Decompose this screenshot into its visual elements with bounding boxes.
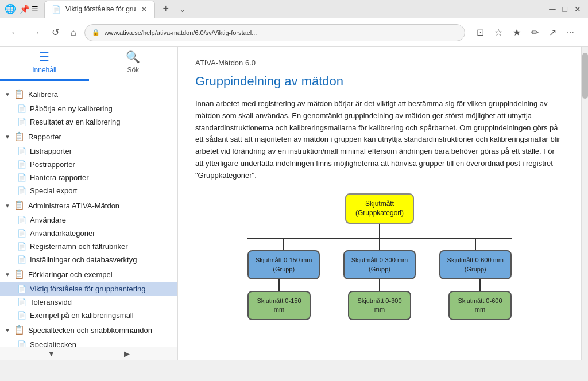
sidebar-scroll-down[interactable]: ▼ ▶ [0, 347, 177, 360]
page-icon: 📄 [17, 298, 26, 306]
scroll-down-arrow-icon: ▼ [48, 349, 55, 358]
sidebar-tab-content[interactable]: ☰ Innehåll [0, 47, 89, 81]
scrollbar-thumb[interactable] [582, 53, 588, 99]
content-pane: ATIVA-Mätdon 6.0 Gruppindelning av mätdo… [178, 47, 581, 360]
page-icon: 📄 [17, 104, 26, 113]
app-title: ATIVA-Mätdon 6.0 [195, 59, 564, 67]
list-item[interactable]: 📄 Exempel på en kalibreringsmall [0, 309, 177, 322]
page-icon: 📄 [17, 255, 26, 264]
nav-group-forklaringar-header[interactable]: ▼ 📋 Förklaringar och exempel [0, 266, 177, 282]
refresh-button[interactable]: ↺ [48, 25, 63, 40]
nav-group-forklaringar: ▼ 📋 Förklaringar och exempel 📄 Viktig fö… [0, 266, 177, 322]
list-item[interactable]: 📄 Påbörja en ny kalibrering [0, 102, 177, 115]
diagram-top-box: Skjutmått (Gruppkategori) [345, 193, 414, 224]
page-icon: 📄 [17, 229, 26, 238]
nav-item-label: Exempel på en kalibreringsmall [30, 311, 134, 320]
nav-item-label: Viktig förståelse för grupphantering [30, 285, 145, 293]
diagram-bottom-line-left [278, 279, 280, 291]
address-bar[interactable]: 🔒 www.ativa.se/help/ativa-matdon/6.0/sv/… [84, 24, 465, 41]
list-item[interactable]: 📄 Special export [0, 184, 177, 197]
list-item[interactable]: 📄 Postrapporter [0, 158, 177, 171]
list-item[interactable]: 📄 Listrapporter [0, 145, 177, 158]
diagram-branch-line-left [283, 239, 284, 250]
navigation-bar: ← → ↺ ⌂ 🔒 www.ativa.se/help/ativa-matdon… [0, 18, 588, 47]
share-icon[interactable]: ↗ [547, 25, 559, 40]
group-folder-icon: 📋 [14, 131, 25, 142]
browser-tab[interactable]: 📄 Viktig förståelse för gru ✕ [44, 1, 155, 18]
diagram-branches: Skjutmått 0-150 mm (Grupp) Skjutmått 0-3… [247, 239, 512, 279]
diagram-branch-left: Skjutmått 0-150 mm (Grupp) [247, 239, 320, 279]
nav-item-label: Användare [30, 216, 66, 224]
diagram-area: Skjutmått (Gruppkategori) Skjutmått 0-15… [195, 193, 564, 320]
list-item[interactable]: 📄 Viktig förståelse för grupphantering [0, 282, 177, 296]
back-button[interactable]: ← [7, 25, 23, 40]
diagram-top-row: Skjutmått (Gruppkategori) [345, 193, 414, 224]
tab-menu-button[interactable]: ⌄ [179, 5, 186, 14]
scroll-right-arrow-icon: ▶ [124, 349, 130, 358]
page-icon: 📄 [17, 147, 26, 155]
nav-item-label: Hantera rapporter [30, 173, 89, 182]
tab-page-icon: 📄 [52, 5, 61, 14]
diagram-middle-left-sublabel: (Grupp) [256, 265, 312, 274]
diagram-middle-center-label: Skjutmått 0-300 mm [351, 256, 408, 265]
page-icon: 📄 [17, 118, 26, 126]
reader-view-icon[interactable]: ⊡ [474, 25, 486, 40]
more-icon[interactable]: ··· [564, 25, 577, 40]
nav-group-rapporter-label: Rapporter [28, 133, 61, 141]
content-scrollbar[interactable] [581, 47, 588, 360]
bookmark-icon[interactable]: ☆ [492, 25, 505, 40]
close-button[interactable]: ✕ [572, 5, 583, 14]
diagram-bottom-box-right: Skjutmått 0-600 mm [448, 291, 512, 320]
nav-item-label: Specialtecken [30, 340, 76, 347]
diagram-branch-bottom-left: Skjutmått 0-150 mm [247, 279, 311, 320]
diagram-branch-right: Skjutmått 0-600 mm (Grupp) [439, 239, 512, 279]
home-button[interactable]: ⌂ [67, 25, 80, 40]
new-tab-button[interactable]: + [157, 1, 175, 18]
diagram-top-box-label: Skjutmått [355, 199, 404, 209]
list-item[interactable]: 📄 Resultatet av en kalibrering [0, 115, 177, 129]
list-item[interactable]: 📄 Användare [0, 213, 177, 227]
list-item[interactable]: 📄 Inställningar och databasverktyg [0, 253, 177, 266]
diagram-branch-bottom-right: Skjutmått 0-600 mm [448, 279, 512, 320]
nav-group-kalibrera-header[interactable]: ▼ 📋 Kalibrera [0, 86, 177, 102]
diagram-bottom-line-right [479, 279, 481, 291]
diagram-middle-box-center: Skjutmått 0-300 mm (Grupp) [343, 250, 416, 279]
nav-group-kalibrera: ▼ 📋 Kalibrera 📄 Påbörja en ny kalibrerin… [0, 86, 177, 129]
list-item[interactable]: 📄 Toleransvidd [0, 296, 177, 309]
browser-toolbar: ⊡ ☆ ★ ✏ ↗ ··· [470, 25, 581, 40]
pin-icon[interactable]: 📌 [20, 5, 29, 14]
nav-group-specialtecken-header[interactable]: ▼ 📋 Specialtecken och snabbkommandon [0, 322, 177, 338]
nav-group-rapporter-header[interactable]: ▼ 📋 Rapporter [0, 129, 177, 145]
diagram-middle-right-label: Skjutmått 0-600 mm [447, 256, 504, 265]
list-item[interactable]: 📄 Registernamn och fältrubriker [0, 240, 177, 253]
sidebar: ☰ Innehåll 🔍 Sök ▼ 📋 Kalibrera 📄 Påbörja… [0, 47, 178, 360]
list-item[interactable]: 📄 Användarkategorier [0, 227, 177, 240]
nav-item-label: Resultatet av en kalibrering [30, 118, 121, 126]
group-folder-icon: 📋 [14, 89, 25, 99]
maximize-button[interactable]: □ [560, 5, 570, 14]
page-heading: Gruppindelning av mätdon [195, 74, 564, 89]
group-folder-icon: 📋 [14, 269, 25, 279]
tab-label: Viktig förståelse för gru [65, 5, 136, 13]
list-item[interactable]: 📄 Hantera rapporter [0, 171, 177, 184]
page-icon: 📄 [17, 242, 26, 251]
sidebar-tab-search[interactable]: 🔍 Sök [89, 47, 178, 81]
list-item[interactable]: 📄 Specialtecken [0, 338, 177, 347]
notes-icon[interactable]: ✏ [529, 25, 541, 40]
nav-group-rapporter: ▼ 📋 Rapporter 📄 Listrapporter 📄 Postrapp… [0, 129, 177, 197]
tab-close-button[interactable]: ✕ [141, 5, 148, 14]
page-icon: 📄 [17, 340, 26, 347]
sidebar-tabs: ☰ Innehåll 🔍 Sök [0, 47, 177, 81]
diagram-bottom-left-label: Skjutmått 0-150 mm [256, 297, 303, 314]
nav-group-administrera-header[interactable]: ▼ 📋 Administrera ATIVA-Mätdon [0, 197, 177, 213]
forward-button[interactable]: → [28, 25, 44, 40]
nav-item-label: Användarkategorier [30, 229, 95, 238]
page-icon: 📄 [17, 285, 26, 293]
favorites-icon[interactable]: ★ [510, 25, 523, 40]
minimize-button[interactable]: ─ [547, 4, 558, 14]
nav-item-label: Listrapporter [30, 147, 72, 155]
window-icon: ☰ [32, 5, 38, 13]
collapse-arrow-icon: ▼ [5, 271, 10, 278]
diagram-branch-line-center [379, 239, 380, 250]
diagram-branch-center: Skjutmått 0-300 mm (Grupp) [343, 239, 416, 279]
